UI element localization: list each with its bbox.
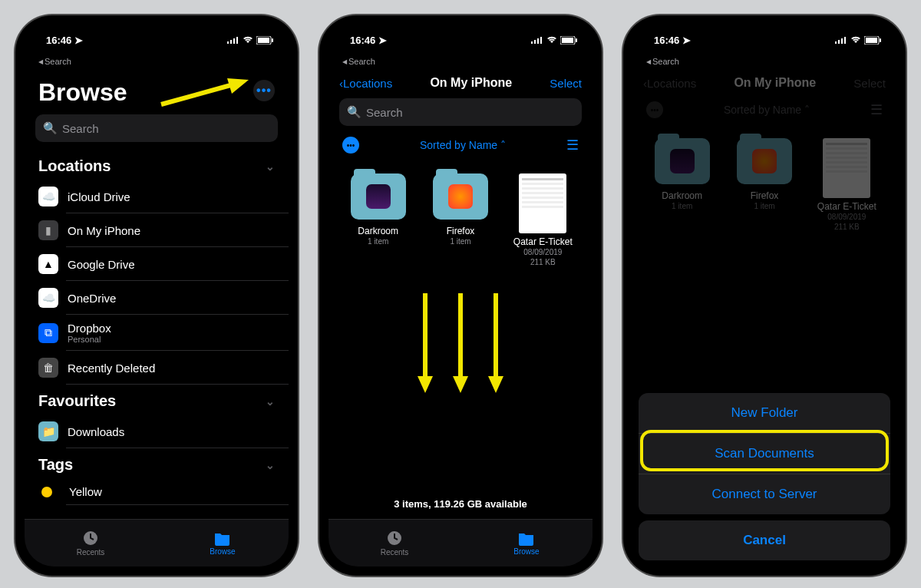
search-placeholder: Search bbox=[366, 106, 403, 119]
gdrive-icon: ▲ bbox=[38, 254, 58, 274]
phone-icon: ▮ bbox=[38, 220, 58, 240]
tab-recents[interactable]: Recents bbox=[328, 520, 460, 567]
status-indicators bbox=[835, 36, 881, 45]
svg-rect-16 bbox=[576, 38, 577, 42]
tag-yellow[interactable]: Yellow bbox=[25, 478, 289, 505]
location-onedrive[interactable]: ☁️ OneDrive bbox=[25, 281, 289, 315]
tags-header[interactable]: Tags⌄ bbox=[25, 448, 289, 478]
status-time: 16:46 bbox=[350, 35, 375, 46]
folder-toolbar: ••• Sorted by Name ˄ ☰ bbox=[632, 98, 896, 123]
sheet-cancel[interactable]: Cancel bbox=[639, 520, 890, 560]
row-label: OneDrive bbox=[68, 292, 116, 305]
dropbox-icon: ⧉ bbox=[38, 323, 58, 343]
row-label: Google Drive bbox=[68, 258, 135, 271]
folder-toolbar: ••• Sorted by Name ˄ ☰ bbox=[328, 134, 593, 158]
screen-folder: 16:46➤ Search ‹ Locations On My iPhone S… bbox=[328, 25, 593, 567]
file-name: Firefox bbox=[447, 226, 475, 236]
nav-bar: ‹ Locations On My iPhone Select bbox=[328, 68, 593, 98]
sheet-connect-server[interactable]: Connect to Server bbox=[639, 474, 890, 514]
svg-rect-27 bbox=[844, 37, 846, 44]
file-sub: 1 item bbox=[368, 236, 388, 246]
status-indicators bbox=[531, 36, 577, 45]
file-grid: Darkroom 1 item Firefox 1 item Qatar E-T… bbox=[632, 123, 896, 232]
document-icon bbox=[519, 173, 566, 233]
wifi-icon bbox=[243, 36, 253, 44]
view-toggle-icon[interactable]: ☰ bbox=[566, 137, 579, 154]
sort-button[interactable]: Sorted by Name ˄ bbox=[420, 139, 506, 151]
file-qatar-eticket[interactable]: Qatar E-Ticket 08/09/2019211 KB bbox=[510, 173, 576, 267]
tag-dot-icon bbox=[41, 487, 52, 497]
more-button[interactable]: ••• bbox=[342, 137, 359, 154]
search-icon: 🔍 bbox=[347, 105, 361, 119]
annotation-highlight-scan bbox=[640, 430, 889, 471]
row-label: On My iPhone bbox=[68, 224, 140, 237]
row-label: iCloud Drive bbox=[68, 190, 130, 203]
svg-rect-1 bbox=[230, 40, 232, 44]
status-time: 16:46 bbox=[46, 35, 71, 46]
folder-darkroom: Darkroom 1 item bbox=[649, 138, 715, 232]
search-input[interactable]: 🔍 Search bbox=[339, 98, 582, 126]
back-to-search[interactable]: Search bbox=[328, 55, 593, 68]
more-options-button[interactable]: ••• bbox=[253, 80, 275, 101]
search-placeholder: Search bbox=[62, 122, 99, 135]
sort-button: Sorted by Name ˄ bbox=[724, 104, 810, 116]
back-to-search[interactable]: Search bbox=[25, 55, 289, 68]
location-recently-deleted[interactable]: 🗑 Recently Deleted bbox=[25, 351, 289, 385]
tab-bar: Recents Browse bbox=[25, 519, 289, 567]
screen-actionsheet: 16:46➤ Search ‹ Locations On My iPhone S… bbox=[632, 25, 896, 567]
file-grid: Darkroom 1 item Firefox 1 item Qatar E-T… bbox=[328, 158, 593, 267]
notch bbox=[703, 15, 826, 32]
tab-browse[interactable]: Browse bbox=[460, 520, 593, 567]
chevron-down-icon: ⌄ bbox=[266, 395, 275, 408]
svg-rect-6 bbox=[272, 38, 273, 42]
folder-icon bbox=[351, 173, 406, 220]
fav-downloads[interactable]: 📁 Downloads bbox=[25, 415, 289, 448]
file-name: Firefox bbox=[751, 190, 779, 201]
notch bbox=[95, 15, 218, 32]
location-icloud[interactable]: ☁️ iCloud Drive bbox=[25, 180, 289, 213]
notch bbox=[399, 15, 522, 32]
clock-icon bbox=[82, 530, 99, 547]
svg-marker-9 bbox=[227, 78, 249, 94]
svg-rect-11 bbox=[534, 40, 536, 44]
folder-icon bbox=[433, 173, 488, 220]
folder-darkroom[interactable]: Darkroom 1 item bbox=[345, 173, 411, 267]
search-input[interactable]: 🔍 Search bbox=[35, 114, 278, 142]
location-icon: ➤ bbox=[378, 35, 387, 46]
svg-rect-12 bbox=[537, 38, 539, 44]
favourites-header[interactable]: Favourites⌄ bbox=[25, 385, 289, 415]
file-name: Qatar E-Ticket bbox=[817, 201, 876, 212]
svg-rect-3 bbox=[236, 37, 238, 44]
locations-header[interactable]: Locations⌄ bbox=[25, 150, 289, 180]
svg-rect-25 bbox=[838, 40, 840, 44]
svg-rect-2 bbox=[233, 38, 235, 44]
annotation-swipe-arrows bbox=[328, 293, 593, 393]
phone-frame-2: 16:46➤ Search ‹ Locations On My iPhone S… bbox=[319, 15, 602, 576]
cloud-icon: ☁️ bbox=[38, 187, 58, 206]
file-name: Darkroom bbox=[662, 190, 702, 201]
folder-icon: 📁 bbox=[38, 421, 58, 441]
row-label: Downloads bbox=[68, 425, 124, 438]
battery-icon bbox=[256, 36, 273, 45]
sheet-new-folder[interactable]: New Folder bbox=[639, 393, 890, 434]
folder-icon bbox=[214, 530, 231, 546]
folder-firefox: Firefox 1 item bbox=[731, 138, 797, 232]
svg-rect-24 bbox=[835, 41, 837, 44]
location-icon: ➤ bbox=[74, 35, 83, 46]
location-google-drive[interactable]: ▲ Google Drive bbox=[25, 247, 289, 281]
select-button[interactable]: Select bbox=[550, 77, 582, 90]
svg-marker-22 bbox=[488, 376, 503, 393]
nav-back-locations[interactable]: ‹ Locations bbox=[339, 77, 392, 90]
chevron-up-icon: ˄ bbox=[500, 139, 506, 151]
tab-recents[interactable]: Recents bbox=[25, 520, 157, 567]
file-name: Darkroom bbox=[358, 226, 398, 236]
trash-icon: 🗑 bbox=[38, 358, 58, 378]
tab-browse[interactable]: Browse bbox=[157, 520, 289, 567]
svg-marker-18 bbox=[418, 376, 433, 393]
location-on-my-iphone[interactable]: ▮ On My iPhone bbox=[25, 213, 289, 247]
location-dropbox[interactable]: ⧉ DropboxPersonal bbox=[25, 315, 289, 351]
signal-icon bbox=[227, 36, 239, 44]
nav-back-locations: ‹ Locations bbox=[643, 77, 696, 90]
folder-firefox[interactable]: Firefox 1 item bbox=[427, 173, 493, 267]
nav-bar: ‹ Locations On My iPhone Select bbox=[632, 68, 896, 98]
